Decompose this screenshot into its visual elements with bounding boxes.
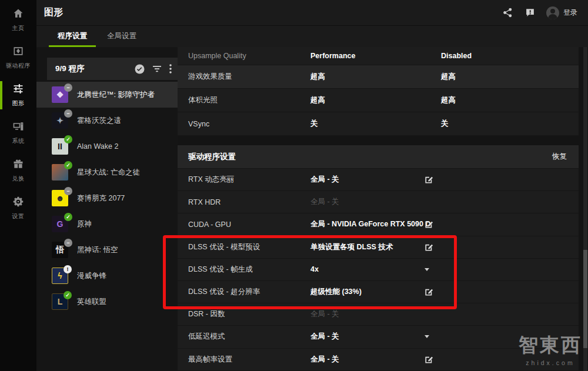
sidebar-item-label: 驱动程序 (6, 62, 31, 70)
driver-setting-row[interactable]: DSR - 因数全局 - 关 (178, 303, 579, 326)
sidebar-item-label: 设置 (12, 212, 25, 220)
game-name: 原神 (77, 219, 92, 229)
redeem-icon (12, 158, 24, 172)
game-status-badge-minus: − (64, 109, 72, 118)
sidebar-item-system[interactable]: 系统 (0, 119, 36, 147)
game-cover-icon: G✓ (52, 216, 68, 232)
program-count-label: 9/9 程序 (55, 63, 85, 74)
game-list-item[interactable]: ❖−龙腾世纪™: 影障守护者 (36, 82, 178, 108)
setting-value: 单独设置各项 DLSS 技术 (310, 242, 425, 252)
game-list-item[interactable]: II✓Alan Wake 2 (36, 133, 178, 159)
tab-global-settings[interactable]: 全局设置 (98, 26, 145, 47)
sidebar-item-driver[interactable]: 驱动程序 (0, 44, 36, 72)
game-status-badge-check: ✓ (64, 161, 72, 169)
chevron-down-icon[interactable] (425, 268, 429, 271)
kebab-menu-icon[interactable] (169, 64, 172, 73)
side-nav: 主页驱动程序图形系统兑换设置 (0, 0, 36, 371)
setting-global-value: 超高 (441, 72, 456, 82)
driver-setting-row[interactable]: DLSS 优设 - 帧生成4x (178, 259, 579, 281)
game-list-item[interactable]: ✦−霍格沃茨之遗 (36, 108, 178, 133)
main-area: 图形 登录 程序设置全局设置 9/9 程序 (36, 0, 588, 371)
game-name: 赛博朋克 2077 (77, 193, 125, 203)
edit-icon[interactable] (425, 175, 433, 184)
game-setting-row[interactable]: 游戏效果质量超高超高 (178, 65, 579, 89)
edit-icon[interactable] (425, 288, 433, 296)
chevron-down-icon[interactable] (425, 335, 429, 338)
game-setting-row[interactable]: Upsample QualityPerformanceDisabled (178, 47, 579, 65)
setting-label: RTX HDR (188, 198, 310, 206)
driver-setting-row[interactable]: DLSS 优设 - 模型预设单独设置各项 DLSS 技术 (178, 236, 579, 259)
feedback-icon[interactable] (524, 7, 536, 19)
sidebar-item-home[interactable]: 主页 (0, 6, 36, 34)
sidebar-item-graphics[interactable]: 图形 (0, 81, 36, 109)
game-setting-row[interactable]: VSync关关 (178, 112, 579, 136)
setting-value: 全局 - 关 (310, 332, 425, 342)
sidebar-item-redeem[interactable]: 兑换 (0, 156, 36, 185)
driver-setting-row[interactable]: RTX HDR全局 - 关 (178, 191, 579, 213)
game-name: 漫威争锋 (77, 271, 106, 281)
setting-global-value: Disabled (441, 52, 472, 60)
game-list-item[interactable]: ☻−赛博朋克 2077 (36, 185, 178, 211)
setting-label: DLSS 优设 - 模型预设 (188, 242, 310, 252)
game-status-badge-check: ✓ (64, 291, 72, 299)
game-name: 龙腾世纪™: 影障守护者 (77, 90, 155, 100)
home-icon (12, 8, 24, 22)
driver-setting-row[interactable]: RTX 动态亮丽全局 - 关 (178, 169, 579, 191)
driver-setting-row[interactable]: DLSS 优设 - 超分辨率超级性能 (33%) (178, 281, 579, 303)
edit-icon[interactable] (425, 243, 433, 252)
game-list-item[interactable]: L✓英雄联盟 (36, 289, 178, 315)
scrollbar-track[interactable] (583, 47, 587, 371)
game-list-item[interactable]: ϟ!漫威争锋 (36, 263, 178, 289)
share-icon[interactable] (502, 7, 513, 19)
setting-value: 全局 - 关 (310, 197, 425, 207)
game-status-badge-check: ✓ (64, 135, 72, 143)
game-setting-row[interactable]: 体积光照超高超高 (178, 89, 579, 112)
setting-label: 体积光照 (188, 95, 310, 105)
edit-icon[interactable] (425, 355, 433, 364)
game-name: 霍格沃茨之遗 (77, 116, 121, 126)
game-name: 英雄联盟 (77, 297, 106, 307)
login-button[interactable]: 登录 (546, 6, 577, 19)
top-bar: 图形 登录 (36, 0, 588, 26)
game-cover-icon: 悟− (52, 242, 68, 258)
game-list-item[interactable]: G✓原神 (36, 211, 178, 237)
setting-label: 最高帧率设置 (188, 355, 310, 365)
sidebar-item-label: 主页 (12, 24, 25, 32)
setting-value: 超级性能 (33%) (310, 287, 425, 297)
game-name: 黑神话: 悟空 (77, 245, 118, 255)
game-list-item[interactable]: 悟−黑神话: 悟空 (36, 237, 178, 263)
tab-bar: 程序设置全局设置 (36, 26, 588, 47)
login-label: 登录 (563, 8, 577, 18)
game-cover-icon: ✦− (52, 112, 68, 129)
setting-label: VSync (188, 120, 310, 128)
game-status-badge-exclaim: ! (64, 265, 72, 273)
game-list-item[interactable]: ✓星球大战: 亡命之徒 (36, 159, 178, 185)
setting-value: 4x (310, 265, 425, 273)
sidebar-item-label: 图形 (12, 99, 25, 108)
setting-label: RTX 动态亮丽 (188, 175, 310, 185)
sidebar-item-settings[interactable]: 设置 (0, 194, 36, 222)
game-status-badge-check: ✓ (64, 213, 72, 221)
setting-label: DLSS 优设 - 帧生成 (188, 265, 310, 275)
scrollbar-thumb[interactable] (583, 250, 587, 348)
watermark-zhidx: 智東西 zhidx.com (519, 332, 582, 366)
program-list-tools (135, 64, 172, 74)
avatar-icon (546, 6, 559, 19)
setting-global-value: 关 (441, 119, 449, 129)
setting-label: Upsample Quality (188, 52, 310, 60)
setting-program-value: 超高 (310, 95, 425, 105)
setting-program-value: Performance (310, 52, 425, 60)
system-icon (12, 121, 24, 135)
driver-setting-row[interactable]: CUDA - GPU全局 - NVIDIA GeForce RTX 5090 D (178, 213, 579, 236)
settings-icon (12, 196, 24, 210)
filter-icon[interactable] (152, 65, 162, 73)
program-list-header: 9/9 程序 (47, 58, 178, 80)
restore-button[interactable]: 恢复 (552, 152, 567, 162)
edit-icon[interactable] (425, 220, 433, 229)
setting-program-value: 关 (310, 119, 425, 129)
driver-settings-header: 驱动程序设置恢复 (178, 145, 579, 169)
tab-program-settings[interactable]: 程序设置 (49, 26, 96, 47)
check-circle-icon[interactable] (135, 64, 145, 74)
game-cover-icon: ☻− (52, 190, 68, 206)
setting-value: 全局 - NVIDIA GeForce RTX 5090 D (310, 219, 425, 229)
